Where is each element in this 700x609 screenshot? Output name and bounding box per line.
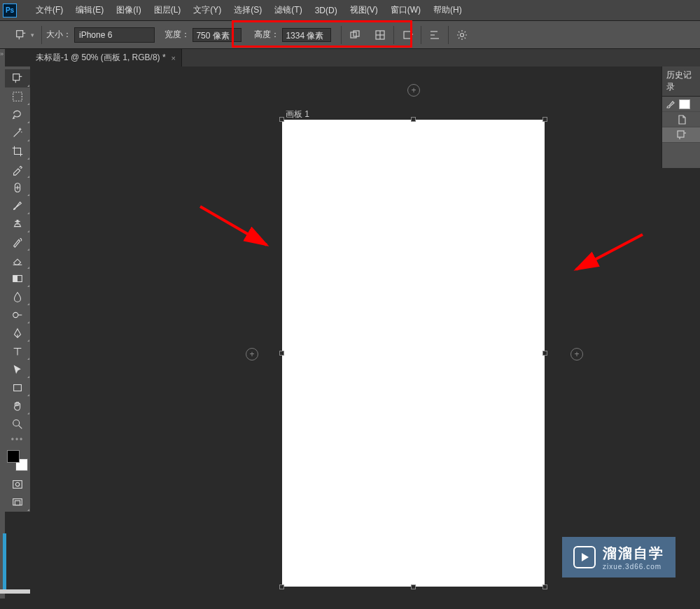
svg-line-18 [14, 130, 20, 136]
quick-mask-icon[interactable] [5, 475, 30, 493]
svg-rect-0 [17, 30, 23, 36]
svg-rect-17 [13, 92, 22, 102]
clone-stamp-tool[interactable] [5, 215, 30, 233]
color-swatches[interactable] [7, 450, 28, 471]
rectangle-tool[interactable] [5, 379, 30, 397]
size-preset-select[interactable]: iPhone 6 [74, 27, 155, 43]
svg-rect-24 [13, 276, 18, 282]
artboard-tool[interactable] [5, 69, 30, 88]
handle-ml[interactable] [279, 351, 284, 356]
svg-rect-35 [15, 500, 20, 505]
svg-rect-8 [404, 31, 411, 38]
eraser-tool[interactable] [5, 251, 30, 270]
height-input[interactable]: 1334 像素 [282, 28, 331, 42]
add-artboard-left[interactable]: + [246, 348, 258, 360]
healing-brush-tool[interactable] [5, 178, 30, 197]
watermark: 溜溜自学 zixue.3d66.com [562, 537, 676, 578]
hand-tool[interactable] [5, 397, 30, 415]
gear-icon[interactable] [453, 26, 471, 44]
crop-tool[interactable] [5, 142, 30, 160]
eyedropper-tool[interactable] [5, 160, 30, 178]
screen-mode-icon[interactable] [5, 493, 30, 512]
divider [421, 26, 421, 44]
handle-mr[interactable] [542, 351, 547, 356]
menu-help[interactable]: 帮助(H) [427, 4, 468, 16]
svg-rect-32 [13, 481, 22, 489]
menu-image[interactable]: 图像(I) [110, 4, 147, 16]
width-input[interactable]: 750 像素 [192, 28, 241, 42]
handle-bl[interactable] [279, 584, 284, 589]
svg-point-13 [461, 33, 464, 36]
artboard-tool-icon[interactable] [13, 27, 29, 43]
history-panel-title[interactable]: 历史记录 [662, 66, 700, 97]
divider [341, 26, 342, 44]
marquee-tool[interactable] [5, 88, 30, 106]
brush-tool[interactable] [5, 197, 30, 215]
watermark-logo-icon [573, 546, 596, 568]
menu-3d[interactable]: 3D(D) [309, 6, 344, 15]
size-label: 大小： [46, 29, 71, 41]
history-panel: 历史记录 [662, 66, 700, 168]
lasso-tool[interactable] [5, 106, 30, 124]
annotation-arrow-left [197, 203, 281, 259]
gradient-tool[interactable] [5, 270, 30, 288]
add-artboard-top[interactable]: + [407, 84, 420, 97]
menu-window[interactable]: 窗口(W) [384, 4, 427, 16]
handle-bm[interactable] [411, 584, 416, 589]
dodge-tool[interactable] [5, 306, 30, 324]
document-tab-title: 未标题-1 @ 50% (画板 1, RGB/8) * [36, 52, 166, 64]
zoom-tool[interactable] [5, 415, 30, 433]
magic-wand-tool[interactable] [5, 124, 30, 142]
history-brush-tool[interactable] [5, 233, 30, 251]
svg-rect-29 [14, 385, 22, 391]
handle-br[interactable] [542, 584, 547, 589]
menu-filter[interactable]: 滤镜(T) [268, 4, 308, 16]
canvas-area[interactable]: 画板 1 + + + 历史记录 [30, 66, 700, 609]
svg-line-31 [19, 426, 22, 429]
left-dock-edge[interactable] [0, 49, 5, 598]
document-tab[interactable]: 未标题-1 @ 50% (画板 1, RGB/8) * × [30, 49, 182, 66]
history-row-artboard[interactable] [662, 127, 700, 143]
app-logo: Ps [3, 4, 17, 18]
option-icon-2[interactable] [371, 26, 389, 44]
align-icon[interactable] [426, 26, 444, 44]
edit-toolbar-icon[interactable]: ••• [5, 433, 30, 446]
height-label: 高度： [254, 29, 279, 41]
handle-tm[interactable] [411, 117, 416, 122]
path-selection-tool[interactable] [5, 360, 30, 379]
menu-file[interactable]: 文件(F) [29, 4, 69, 16]
menu-bar: Ps 文件(F) 编辑(E) 图像(I) 图层(L) 文字(Y) 选择(S) 滤… [0, 0, 700, 21]
close-tab-icon[interactable]: × [172, 54, 176, 62]
tool-preset-dropdown-icon[interactable]: ▾ [31, 31, 34, 38]
blur-tool[interactable] [5, 288, 30, 306]
watermark-url: zixue.3d66.com [603, 563, 664, 570]
handle-tl[interactable] [279, 117, 284, 122]
options-bar: ▾ 大小： iPhone 6 宽度： 750 像素 高度： 1334 像素 [0, 21, 700, 49]
handle-tr[interactable] [542, 117, 547, 122]
artboard-icon [676, 130, 687, 141]
svg-rect-34 [13, 499, 22, 505]
svg-rect-14 [13, 74, 20, 80]
pen-tool[interactable] [5, 324, 30, 342]
foreground-color-swatch[interactable] [7, 450, 20, 463]
menu-edit[interactable]: 编辑(E) [69, 4, 110, 16]
divider [41, 26, 42, 44]
add-artboard-right[interactable]: + [570, 348, 583, 360]
history-row-new[interactable] [662, 112, 700, 127]
artboard-label[interactable]: 画板 1 [286, 108, 309, 120]
tools-panel: ••• [5, 66, 30, 512]
watermark-title: 溜溜自学 [603, 544, 664, 563]
history-row-brush[interactable] [662, 97, 700, 112]
svg-rect-38 [678, 131, 684, 137]
svg-point-30 [13, 420, 20, 426]
option-icon-1[interactable] [346, 26, 364, 44]
svg-line-36 [200, 206, 267, 245]
menu-type[interactable]: 文字(Y) [187, 4, 227, 16]
artboard[interactable] [282, 120, 545, 587]
menu-view[interactable]: 视图(V) [344, 4, 384, 16]
option-icon-3[interactable] [398, 26, 416, 44]
menu-layer[interactable]: 图层(L) [148, 4, 188, 16]
menu-select[interactable]: 选择(S) [227, 4, 268, 16]
svg-point-25 [13, 312, 18, 317]
type-tool[interactable] [5, 342, 30, 360]
